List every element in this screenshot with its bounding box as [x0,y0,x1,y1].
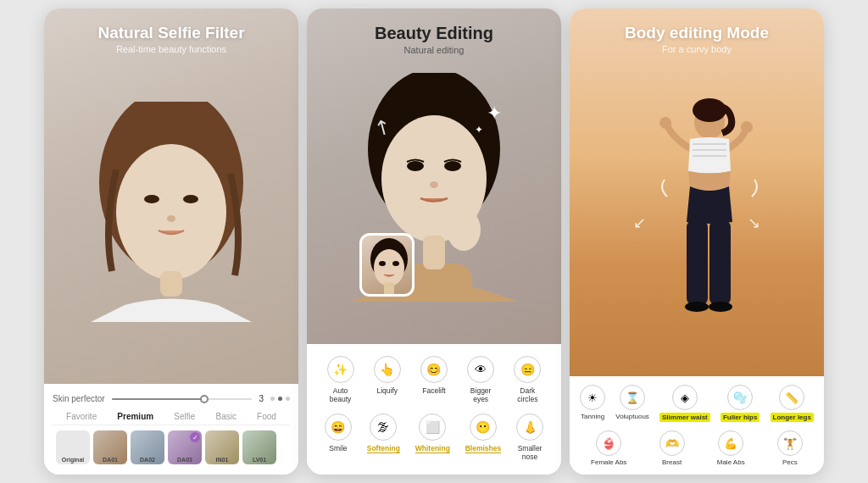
svg-point-29 [709,302,732,312]
tool-auto-beauty[interactable]: ✨ Autobeauty [327,356,354,403]
card2-header: Beauty Editing Natural editing [307,24,561,55]
body-image-area: Body editing Mode For a curvy body [570,8,824,376]
thumb-in01[interactable]: IN01 [205,430,239,464]
beauty-image-area: Beauty Editing Natural editing [307,8,561,344]
dark-circles-icon: 😑 [514,356,541,383]
voluptuous-label: Voluptuous [615,413,649,420]
card2-title: Beauty Editing [307,24,561,43]
thumb-lv01[interactable]: LV01 [242,430,276,464]
breast-label: Breast [662,458,682,466]
auto-beauty-label: Autobeauty [330,386,352,403]
fuller-hips-label: Fuller hips [721,413,760,422]
tool-female-abs[interactable]: 👙 Female Abs [591,430,626,466]
smile-icon: 😄 [325,414,352,441]
left-arrow-icon: ↙ [633,214,646,232]
tab-favorite[interactable]: Favorite [66,412,97,421]
svg-point-10 [444,161,461,171]
svg-point-12 [447,208,481,251]
slimmer-waist-label: Slimmer waist [659,413,710,422]
tool-fuller-hips[interactable]: 🫧 Fuller hips [721,385,760,422]
dot1 [270,397,275,401]
tool-smile[interactable]: 😄 Smile [325,414,352,461]
slider-dots [270,397,290,401]
tab-selfie[interactable]: Selfie [174,412,195,421]
svg-rect-5 [160,271,182,297]
facelift-label: Facelift [422,386,445,395]
thumb-da01[interactable]: DA01 [93,430,127,464]
filter-tab-bar: Favorite Premium Selfie Basic Food [53,407,290,425]
slider-fill [112,398,203,400]
tab-basic[interactable]: Basic [215,412,236,421]
card3-title: Body editing Mode [570,24,824,42]
dot3 [286,397,290,401]
card2-subtitle: Natural editing [307,45,561,55]
pecs-label: Pecs [782,458,798,466]
slider-track[interactable] [112,398,253,400]
tanning-icon: ☀ [580,385,605,410]
smaller-nose-icon: 👃 [516,414,543,441]
auto-beauty-icon: ✨ [327,356,354,383]
tab-food[interactable]: Food [257,412,276,421]
tool-smaller-nose[interactable]: 👃 Smallernose [516,414,543,461]
tool-tanning[interactable]: ☀ Tanning [580,385,605,422]
male-abs-icon: 💪 [718,430,743,456]
face-illustration [91,102,252,322]
tool-softening[interactable]: 🌫 Softening [367,414,400,461]
svg-rect-27 [709,220,731,305]
fuller-hips-icon: 🫧 [727,385,753,410]
tool-dark-circles[interactable]: 😑 Darkcircles [514,356,541,403]
longer-legs-label: Longer legs [771,413,814,422]
svg-point-3 [183,195,198,203]
tool-male-abs[interactable]: 💪 Male Abs [717,430,745,466]
thumb-da03[interactable]: ✓ DA03 [168,430,202,464]
card1-controls: Skin perfector 3 Favorite Premium Selfie… [44,384,298,475]
tool-breast[interactable]: 🫶 Breast [659,430,685,466]
card1-subtitle: Real-time beauty functions [44,44,298,54]
card3-controls: ☀ Tanning ⌛ Voluptuous ◈ Slimmer waist 🫧… [570,376,824,475]
thumb-da02[interactable]: DA02 [131,430,164,464]
tool-liquify[interactable]: 👆 Liquify [374,356,401,403]
svg-rect-26 [687,220,708,305]
skin-perfector-slider[interactable]: Skin perfector 3 [53,391,290,407]
svg-point-11 [430,181,438,188]
thumb-original[interactable]: Original [56,430,90,464]
tool-longer-legs[interactable]: 📏 Longer legs [771,385,814,422]
whitening-label: Whitening [415,444,450,453]
tool-facelift[interactable]: 😊 Facelift [420,356,448,403]
tool-whitening[interactable]: ⬜ Whitening [415,414,450,461]
dark-circles-label: Darkcircles [517,386,537,403]
tanning-label: Tanning [581,413,604,420]
pecs-icon: 🏋 [777,430,803,456]
dot2 [278,397,282,401]
liquify-label: Liquify [376,386,398,395]
tool-slimmer-waist[interactable]: ◈ Slimmer waist [659,385,710,422]
tool-pecs[interactable]: 🏋 Pecs [777,430,803,466]
voluptuous-icon: ⌛ [620,385,645,410]
svg-point-21 [659,117,671,129]
tool-voluptuous[interactable]: ⌛ Voluptuous [615,385,649,422]
liquify-icon: 👆 [374,356,401,383]
slimmer-waist-icon: ◈ [672,385,698,410]
card1-title: Natural Selfie Filter [44,24,298,42]
svg-point-15 [374,249,404,286]
female-abs-icon: 👙 [596,430,621,456]
body-tools-row2: 👙 Female Abs 🫶 Breast 💪 Male Abs 🏋 Pecs [575,429,819,469]
softening-icon: 🌫 [370,414,397,441]
svg-point-16 [379,261,386,266]
card1-header: Natural Selfie Filter Real-time beauty f… [44,24,298,54]
smaller-nose-label: Smallernose [518,444,542,461]
svg-point-1 [116,144,226,280]
svg-point-28 [685,302,709,312]
face-thumbnail [359,233,415,297]
female-abs-label: Female Abs [591,458,626,466]
svg-point-9 [407,161,424,171]
filter-thumbnail-strip: Original DA01 DA02 ✓ DA03 IN01 LV01 [53,425,290,469]
svg-point-22 [741,121,753,133]
selected-checkmark: ✓ [190,432,200,442]
slider-thumb[interactable] [200,395,209,403]
tool-blemishes[interactable]: 😶 Blemishes [465,414,502,461]
tool-bigger-eyes[interactable]: 👁 Biggereyes [467,356,494,403]
card-beauty-editing: Beauty Editing Natural editing [307,8,561,475]
tab-premium[interactable]: Premium [117,412,153,421]
beauty-tools-row1: ✨ Autobeauty 👆 Liquify 😊 Facelift 👁 Bigg… [317,353,551,410]
